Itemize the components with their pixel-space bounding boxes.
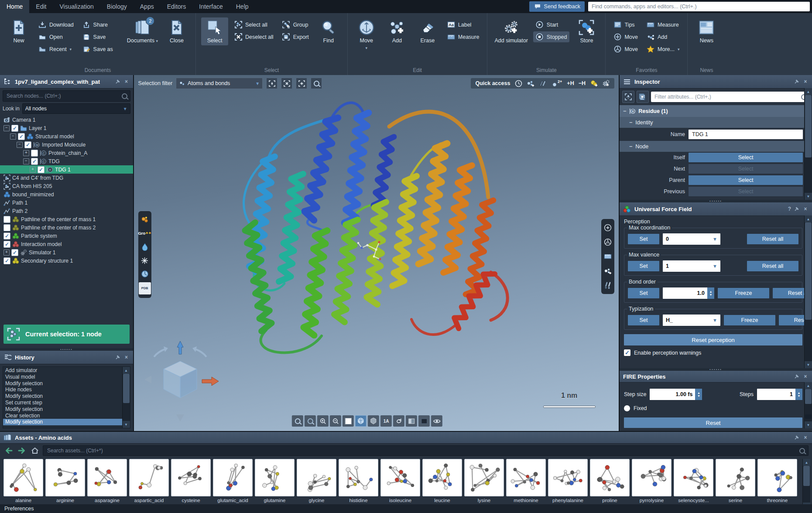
asset-card-lysine[interactable]: lysine <box>464 459 504 504</box>
pin-icon[interactable] <box>115 354 121 360</box>
measure-button[interactable]: Measure <box>445 31 482 42</box>
close-button[interactable]: Close <box>163 17 190 45</box>
tips-button[interactable]: Tips <box>611 19 641 30</box>
home-button[interactable] <box>30 446 40 455</box>
add-atoms-icon[interactable] <box>527 79 534 87</box>
remove-hydrogens-button[interactable]: −H <box>579 80 586 86</box>
assets-scrollbar[interactable]: ▲ ▼ <box>802 459 810 510</box>
select-tool-button[interactable]: Select <box>201 17 228 45</box>
start-button[interactable]: Start <box>533 19 570 30</box>
angstrom-button[interactable]: 1A <box>380 415 392 427</box>
history-item[interactable]: Add simulator <box>3 367 122 374</box>
pin-icon[interactable] <box>794 79 800 85</box>
tree-item-camera-1[interactable]: Camera 1 <box>0 116 133 124</box>
clock-icon[interactable] <box>514 79 522 87</box>
asset-card-threonine[interactable]: threonine <box>757 459 797 504</box>
steps-spinner[interactable]: 1▲▼ <box>757 389 802 400</box>
group-button[interactable]: Group <box>280 19 312 30</box>
select-nodes-button[interactable] <box>622 91 634 103</box>
asset-card-arginine[interactable]: arginine <box>45 459 85 504</box>
viewport-3d[interactable]: Selection filter Atoms and bonds ▼ Quick… <box>134 75 619 431</box>
simulator-settings-icon[interactable] <box>602 79 610 87</box>
zoom-reset-button[interactable] <box>305 415 316 427</box>
inspector-scrollbar[interactable]: ▲ ▼ <box>804 88 812 200</box>
add-molecule-icon[interactable] <box>603 266 613 276</box>
asset-card-alanine[interactable]: alanine <box>3 459 43 504</box>
set-button[interactable]: Set <box>628 234 659 244</box>
asset-card-glutamine[interactable]: glutamine <box>255 459 295 504</box>
visibility-checkbox[interactable]: ✓ <box>3 257 10 264</box>
step-size-spinner[interactable]: 1.00 fs▲▼ <box>650 389 702 400</box>
freeze-button[interactable]: Freeze <box>724 315 775 325</box>
identity-subheader[interactable]: −Identity <box>620 117 805 128</box>
history-item[interactable]: Modify selection <box>3 406 122 413</box>
add-simulator-button[interactable]: Add simulator <box>493 17 529 45</box>
ion-charge-icon[interactable]: 2+ <box>551 79 562 87</box>
label-button[interactable]: AaLabel <box>445 19 482 30</box>
select-itself-button[interactable]: Select <box>689 153 803 162</box>
tree-item-c4-and-c4-from-tdg[interactable]: C4 and C4' from TDG <box>0 174 133 182</box>
thermometers-icon[interactable] <box>603 280 613 291</box>
perspective-view-button[interactable] <box>355 415 367 427</box>
history-item[interactable]: Clear selection <box>3 413 122 419</box>
tree-item-simulator-1[interactable]: +✓Simulator 1 <box>0 248 133 256</box>
asset-card-aspartic-acid[interactable]: aspartic_acid <box>129 459 169 504</box>
visibility-checkbox[interactable] <box>3 216 10 223</box>
zoom-out-button[interactable] <box>330 415 341 427</box>
tree-item-bound-minimized[interactable]: bound_minimized <box>0 190 133 198</box>
add-hydrogens-button[interactable]: +H <box>567 80 574 86</box>
select-all-button[interactable]: Select all <box>232 19 276 30</box>
add-button[interactable]: Add <box>384 17 411 45</box>
zoom-region-button[interactable] <box>292 415 303 427</box>
expand-icon[interactable]: + <box>3 250 10 256</box>
visibility-checkbox[interactable]: ✓ <box>11 249 18 256</box>
tree-item-tdg-1[interactable]: +✓RTDG 1 <box>0 165 133 174</box>
close-icon[interactable]: × <box>802 373 809 380</box>
uff-scrollbar[interactable]: ▲ ▼ <box>804 215 812 368</box>
pdb-icon[interactable]: PDB <box>139 282 151 294</box>
typization-dropdown[interactable]: H_▼ <box>663 315 720 326</box>
save-as-button[interactable]: Save as <box>80 44 116 55</box>
reset-all-button[interactable]: Reset all <box>747 234 798 244</box>
visibility-checkbox[interactable]: ✓ <box>24 141 31 148</box>
visibility-checkbox[interactable]: ✓ <box>18 133 25 140</box>
erase-button[interactable]: Erase <box>414 17 441 45</box>
open-button[interactable]: Open <box>36 31 76 42</box>
fire-scrollbar[interactable]: ▲ ▼ <box>804 382 812 428</box>
store-button[interactable]: Store <box>573 17 600 45</box>
navigation-compass[interactable] <box>137 336 224 425</box>
recent-button[interactable]: Recent▾ <box>36 44 76 55</box>
asset-card-selenocyste-[interactable]: selenocyste... <box>674 459 713 504</box>
documents-button[interactable]: 2 Documents ▾ <box>125 17 160 46</box>
name-input[interactable]: TDG 1 <box>689 130 803 139</box>
preferences-label[interactable]: Preferences <box>4 506 34 512</box>
send-feedback-button[interactable]: Send feedback <box>529 1 585 12</box>
asset-card-asparagine[interactable]: asparagine <box>87 459 127 504</box>
deselect-viewport-button[interactable] <box>281 78 292 89</box>
share-button[interactable]: Share <box>80 19 116 30</box>
download-button[interactable]: Download <box>36 19 76 30</box>
node-subheader[interactable]: −Node <box>620 141 805 152</box>
perception-warnings-checkbox[interactable]: ✓ <box>624 349 630 356</box>
visibility-checkbox[interactable]: ✓ <box>11 125 18 132</box>
add-residue-icon[interactable] <box>590 79 598 87</box>
tree-item-protein-chain-a[interactable]: +CProtein_chain_A <box>0 149 133 157</box>
new-button[interactable]: New <box>5 17 32 45</box>
menu-item-editors[interactable]: Editors <box>161 0 193 13</box>
cycle-views-button[interactable] <box>393 415 404 427</box>
select-next-button[interactable]: Select <box>689 164 803 174</box>
tree-item-imported-molecule[interactable]: −✓MImported Molecule <box>0 140 133 149</box>
history-item[interactable]: Set current step <box>3 400 122 406</box>
asset-card-phenylalanine[interactable]: phenylalanine <box>548 459 588 504</box>
menu-item-biology[interactable]: Biology <box>100 0 134 13</box>
filter-attributes-input[interactable] <box>654 93 801 100</box>
expand-icon[interactable]: + <box>23 150 29 156</box>
max-coordination-dropdown[interactable]: 0▼ <box>663 233 720 245</box>
stopped-button[interactable]: Stopped <box>533 31 570 42</box>
pin-icon[interactable] <box>794 434 800 441</box>
news-button[interactable]: News <box>693 17 720 45</box>
close-icon[interactable]: × <box>802 79 809 85</box>
collapse-icon[interactable]: − <box>3 125 10 131</box>
node-search-input[interactable] <box>6 92 122 99</box>
expand-icon[interactable]: + <box>30 167 36 173</box>
